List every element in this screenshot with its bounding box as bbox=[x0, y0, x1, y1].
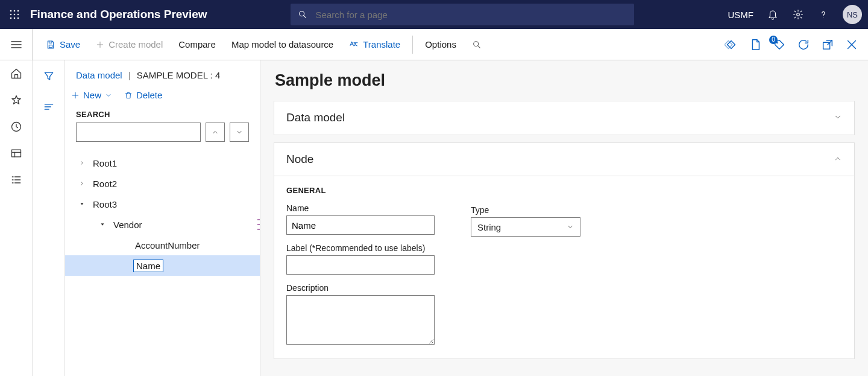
notifications-button[interactable] bbox=[767, 8, 779, 21]
description-field-label: Description bbox=[286, 283, 435, 293]
general-section-label: GENERAL bbox=[286, 186, 435, 195]
label-field-label: Label (*Recommended to use labels) bbox=[286, 243, 435, 253]
question-icon bbox=[818, 9, 829, 20]
map-model-button[interactable]: Map model to datasource bbox=[224, 36, 341, 53]
tree-search-input[interactable] bbox=[76, 123, 201, 142]
task-recorder-button[interactable]: 0 bbox=[773, 38, 786, 51]
list-view-button[interactable] bbox=[43, 101, 55, 115]
nav-recent[interactable] bbox=[10, 121, 22, 133]
diamond-button[interactable] bbox=[725, 38, 738, 51]
list-icon bbox=[43, 101, 55, 113]
chevron-up-icon bbox=[212, 129, 219, 136]
tree-panel: Data model | SAMPLE MODEL : 4 New Delete… bbox=[65, 60, 260, 376]
tree-expander[interactable] bbox=[98, 221, 107, 228]
tree-node[interactable]: Vendor bbox=[65, 214, 260, 235]
options-label: Options bbox=[425, 39, 456, 49]
options-button[interactable]: Options bbox=[418, 36, 464, 53]
user-avatar[interactable]: NS bbox=[843, 5, 862, 24]
breadcrumb-current: SAMPLE MODEL : 4 bbox=[137, 70, 221, 80]
nav-modules[interactable] bbox=[10, 174, 22, 186]
company-selector[interactable]: USMF bbox=[728, 10, 754, 20]
filter-button[interactable] bbox=[43, 70, 55, 84]
chevron-right-icon bbox=[79, 160, 85, 166]
tree-expander[interactable] bbox=[77, 201, 87, 207]
node-panel-header[interactable]: Node bbox=[274, 143, 854, 176]
popout-icon bbox=[821, 38, 834, 51]
nav-workspaces[interactable] bbox=[10, 147, 22, 159]
create-model-button: Create model bbox=[89, 36, 170, 53]
breadcrumb-root[interactable]: Data model bbox=[76, 70, 122, 80]
description-field-input[interactable] bbox=[286, 295, 435, 345]
svg-marker-42 bbox=[81, 203, 84, 205]
new-node-button[interactable]: New bbox=[71, 90, 112, 100]
map-model-label: Map model to datasource bbox=[231, 39, 333, 49]
tree-expander[interactable] bbox=[77, 180, 87, 186]
tree-expander[interactable] bbox=[77, 160, 87, 166]
tree-search-next[interactable] bbox=[230, 123, 249, 142]
type-field-select[interactable]: String bbox=[471, 217, 580, 237]
svg-point-2 bbox=[17, 10, 19, 12]
global-search-input[interactable] bbox=[315, 9, 627, 21]
data-model-panel-header[interactable]: Data model bbox=[274, 101, 854, 135]
translate-button[interactable]: Translate bbox=[342, 36, 407, 53]
save-button[interactable]: Save bbox=[39, 36, 87, 53]
tree-node[interactable]: AccountNumber bbox=[65, 235, 260, 255]
main-content: Sample model Data model Node GENERAL Nam… bbox=[260, 60, 868, 376]
chevron-down-icon bbox=[567, 223, 574, 231]
node-panel: Node GENERAL Name Label (*Recommended to… bbox=[274, 142, 855, 359]
refresh-button[interactable] bbox=[797, 38, 810, 51]
compare-button[interactable]: Compare bbox=[171, 36, 223, 53]
plus-icon bbox=[96, 40, 104, 49]
command-row: Save Create model Compare Map model to d… bbox=[0, 29, 868, 60]
type-field-label: Type bbox=[471, 205, 580, 215]
svg-point-12 bbox=[823, 17, 824, 18]
waffle-icon bbox=[10, 10, 19, 19]
global-search[interactable] bbox=[291, 4, 634, 25]
search-icon bbox=[298, 10, 307, 19]
tree-search-prev[interactable] bbox=[206, 123, 225, 142]
data-model-panel-title: Data model bbox=[286, 111, 345, 124]
svg-point-8 bbox=[17, 18, 19, 19]
svg-point-3 bbox=[10, 14, 12, 16]
new-label: New bbox=[83, 90, 101, 100]
svg-point-1 bbox=[14, 10, 16, 12]
close-button[interactable] bbox=[845, 38, 858, 51]
label-field-input[interactable] bbox=[286, 255, 435, 275]
nav-favorites[interactable] bbox=[10, 94, 22, 106]
settings-button[interactable] bbox=[792, 8, 804, 21]
chevron-right-icon bbox=[79, 180, 85, 186]
drag-marker-icon bbox=[257, 219, 260, 230]
page-title: Sample model bbox=[275, 71, 855, 90]
node-panel-title: Node bbox=[286, 153, 313, 166]
chevron-down-icon bbox=[105, 92, 112, 99]
tree-node[interactable]: Root3 bbox=[65, 194, 260, 214]
tree-node[interactable]: Root2 bbox=[65, 173, 260, 194]
type-field-value: String bbox=[477, 222, 501, 232]
svg-rect-21 bbox=[728, 40, 735, 48]
svg-marker-43 bbox=[101, 223, 104, 225]
page-search-button[interactable] bbox=[465, 36, 489, 53]
attachments-button[interactable] bbox=[749, 38, 762, 51]
tree-node-label: Name bbox=[134, 260, 163, 272]
popout-button[interactable] bbox=[821, 38, 834, 51]
name-field-input[interactable] bbox=[286, 215, 435, 235]
data-model-panel: Data model bbox=[274, 101, 855, 135]
tree-node[interactable]: Name bbox=[65, 255, 260, 276]
filter-rail bbox=[33, 60, 65, 376]
tree-node-label: Root1 bbox=[92, 158, 118, 169]
app-launcher-button[interactable] bbox=[0, 0, 29, 29]
refresh-icon bbox=[797, 38, 810, 51]
side-nav-toggle[interactable] bbox=[0, 29, 33, 60]
nav-home[interactable] bbox=[10, 68, 22, 80]
delete-node-button[interactable]: Delete bbox=[124, 90, 162, 100]
delete-label: Delete bbox=[136, 90, 162, 100]
tree-node-label: AccountNumber bbox=[134, 240, 201, 251]
top-nav-bar: Finance and Operations Preview USMF NS bbox=[0, 0, 868, 29]
tree-node[interactable]: Root1 bbox=[65, 153, 260, 173]
chevron-down-solid-icon bbox=[99, 221, 105, 228]
help-button[interactable] bbox=[817, 8, 829, 21]
svg-point-7 bbox=[14, 18, 16, 19]
svg-line-20 bbox=[478, 45, 480, 48]
search-icon bbox=[472, 40, 482, 49]
translate-icon bbox=[349, 40, 359, 49]
